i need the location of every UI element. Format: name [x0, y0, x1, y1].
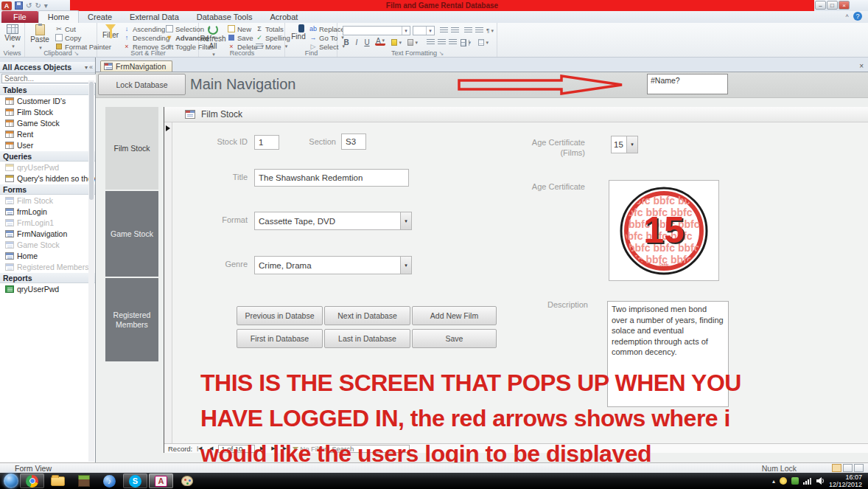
nav-section-queries[interactable]: Queries«: [0, 150, 95, 162]
paste-button[interactable]: Paste: [27, 24, 52, 52]
clock[interactable]: 16:07 12/12/2012: [829, 474, 862, 488]
find-button[interactable]: Find: [286, 24, 311, 41]
font-color-icon[interactable]: A: [375, 38, 385, 46]
first-in-database-button[interactable]: First in Database: [237, 329, 323, 348]
close-document-icon[interactable]: ×: [859, 62, 864, 70]
taskbar-minecraft[interactable]: [71, 474, 96, 488]
tray-app-icon-1[interactable]: [780, 477, 787, 485]
maximize-button[interactable]: □: [827, 1, 838, 10]
nav-item-form-game-stock[interactable]: Game Stock: [0, 239, 95, 250]
taskbar-itunes[interactable]: ♪: [97, 474, 122, 488]
font-size-combo[interactable]: ▾: [413, 26, 435, 35]
gridlines-icon[interactable]: [461, 38, 471, 47]
next-in-database-button[interactable]: Next in Database: [324, 306, 410, 325]
tab-home[interactable]: Home: [38, 10, 79, 23]
italic-icon[interactable]: I: [351, 38, 362, 47]
increase-indent-icon[interactable]: [474, 26, 484, 35]
access-app-icon[interactable]: A: [1, 1, 12, 10]
nav-item-table-user[interactable]: User: [0, 139, 95, 150]
dropdown-icon[interactable]: ▾: [626, 136, 637, 153]
nav-item-form-frmlogin1[interactable]: FrmLogin1: [0, 217, 95, 228]
tray-app-icon-2[interactable]: [791, 477, 799, 485]
volume-icon[interactable]: [816, 477, 825, 485]
totals-button[interactable]: ΣTotals: [256, 25, 290, 32]
background-color-icon[interactable]: [407, 38, 418, 47]
nav-item-form-film-stock[interactable]: Film Stock: [0, 195, 95, 206]
tab-database-tools[interactable]: Database Tools: [188, 11, 262, 23]
record-selector[interactable]: [164, 122, 172, 443]
taskbar-skype[interactable]: S: [123, 474, 147, 488]
taskbar-paint[interactable]: [175, 474, 199, 488]
taskbar-explorer[interactable]: [46, 474, 70, 488]
minimize-ribbon-icon[interactable]: ˄: [845, 13, 849, 19]
tab-file[interactable]: File: [1, 11, 38, 23]
scrollbar-thumb[interactable]: [89, 82, 94, 200]
align-right-icon[interactable]: [447, 38, 458, 47]
side-tab-game-stock[interactable]: Game Stock: [105, 191, 158, 277]
shutter-bar-close-icon[interactable]: «: [89, 63, 93, 71]
view-button[interactable]: View: [0, 24, 25, 50]
nav-item-table-rent[interactable]: Rent: [0, 128, 95, 139]
start-button[interactable]: [4, 474, 18, 488]
spelling-button[interactable]: ✓Spelling: [256, 34, 290, 41]
nav-item-query-qryuserpwd[interactable]: qryUserPwd: [0, 162, 95, 173]
nav-pane-menu-icon[interactable]: ▾: [85, 64, 88, 71]
align-left-icon[interactable]: [425, 38, 435, 47]
clipboard-launcher-icon[interactable]: ↘: [74, 50, 79, 57]
nav-item-query-hidden[interactable]: Query's hidden so they dont ...: [0, 173, 95, 184]
bold-icon[interactable]: B: [341, 38, 351, 47]
title-field[interactable]: The Shawshank Redemtion: [254, 169, 409, 187]
add-new-film-button[interactable]: Add New Film: [412, 306, 497, 325]
network-icon[interactable]: [803, 477, 812, 485]
redo-icon[interactable]: ↻: [35, 1, 41, 10]
nav-item-table-game-stock[interactable]: Game Stock: [0, 117, 95, 128]
section-field[interactable]: S3: [341, 133, 366, 150]
age-certificate-image[interactable]: bbfc bbfc bbfc bbfc bbfc bbfc bbfc bbfc …: [609, 180, 719, 281]
side-tab-film-stock[interactable]: Film Stock: [105, 107, 158, 190]
lock-database-button[interactable]: Lock Database: [98, 74, 186, 95]
text-direction-icon[interactable]: ¶: [485, 26, 495, 35]
tab-create[interactable]: Create: [79, 11, 121, 23]
taskbar-chrome[interactable]: [20, 474, 44, 488]
genre-combo[interactable]: Crime, Drama ▾: [254, 256, 412, 274]
nav-pane-header[interactable]: All Access Objects ▾ «: [0, 62, 95, 73]
minimize-button[interactable]: –: [815, 1, 826, 10]
side-tab-registered-members[interactable]: Registered Members: [105, 278, 158, 361]
nav-section-forms[interactable]: Forms«: [0, 184, 95, 195]
dropdown-icon[interactable]: ▾: [400, 257, 411, 274]
tab-external-data[interactable]: External Data: [121, 11, 188, 23]
nav-item-report-qryuserpwd[interactable]: qryUserPwd: [0, 283, 95, 294]
underline-icon[interactable]: U: [362, 38, 372, 47]
tab-acrobat[interactable]: Acrobat: [261, 11, 307, 23]
highlight-color-icon[interactable]: [391, 38, 402, 47]
age-certificate-films-combo[interactable]: 15 ▾: [611, 136, 638, 153]
nav-item-form-home[interactable]: Home: [0, 250, 95, 261]
nav-section-reports[interactable]: Reports«: [0, 272, 95, 283]
datasheet-view-icon[interactable]: [843, 464, 853, 472]
numbering-icon[interactable]: [449, 26, 460, 35]
alternate-row-color-icon[interactable]: [478, 38, 489, 47]
save-button[interactable]: Save: [412, 329, 497, 348]
decrease-indent-icon[interactable]: [463, 26, 473, 35]
tray-expand-icon[interactable]: ▴: [772, 478, 775, 485]
nav-section-tables[interactable]: Tables«: [0, 84, 95, 95]
format-combo[interactable]: Cassette Tape, DVD ▾: [254, 212, 412, 230]
filter-button[interactable]: Filter: [98, 24, 123, 39]
help-icon[interactable]: ?: [853, 12, 862, 21]
nav-item-form-frmlogin[interactable]: frmLogin: [0, 206, 95, 217]
nav-item-table-customer-ids[interactable]: Customer ID's: [0, 95, 95, 106]
username-textbox[interactable]: #Name?: [647, 74, 728, 94]
design-view-icon[interactable]: [854, 464, 864, 472]
save-icon[interactable]: [15, 1, 23, 10]
align-center-icon[interactable]: [436, 38, 447, 47]
nav-pane-scrollbar[interactable]: [88, 80, 94, 462]
form-view-icon[interactable]: [832, 464, 841, 472]
undo-icon[interactable]: ↺: [26, 1, 32, 10]
font-name-combo[interactable]: ▾: [343, 26, 410, 35]
dropdown-icon[interactable]: ▾: [400, 212, 411, 229]
nav-item-form-frmnavigation[interactable]: FrmNavigation: [0, 228, 95, 239]
bullets-icon[interactable]: [438, 26, 449, 35]
previous-in-database-button[interactable]: Previous in Databse: [237, 306, 323, 325]
last-in-database-button[interactable]: Last in Database: [324, 329, 410, 348]
nav-item-form-registered-members[interactable]: Registered Members: [0, 261, 95, 272]
